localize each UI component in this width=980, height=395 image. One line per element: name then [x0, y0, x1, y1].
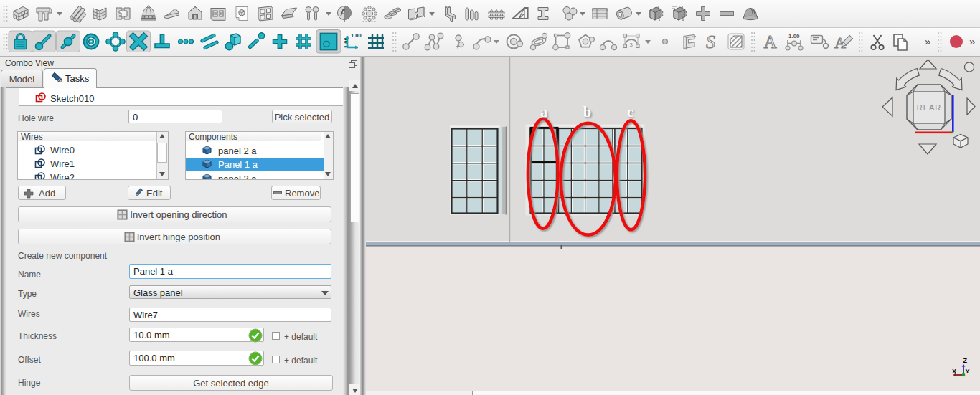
svg-text:Z: Z	[963, 357, 968, 364]
svg-text:1.00: 1.00	[351, 32, 362, 39]
svg-text:A: A	[764, 32, 777, 52]
svg-text:3: 3	[630, 42, 633, 48]
svg-text:S: S	[706, 32, 715, 52]
svg-text:X: X	[952, 368, 956, 375]
svg-text:a: a	[540, 104, 547, 120]
svg-text:1.00: 1.00	[788, 33, 800, 39]
svg-text:»: »	[969, 35, 975, 47]
svg-text:Y: Y	[966, 368, 970, 375]
svg-text:b: b	[583, 104, 591, 120]
svg-text:REAR: REAR	[917, 103, 942, 112]
svg-text:»: »	[925, 35, 930, 47]
svg-text:c: c	[627, 104, 633, 120]
